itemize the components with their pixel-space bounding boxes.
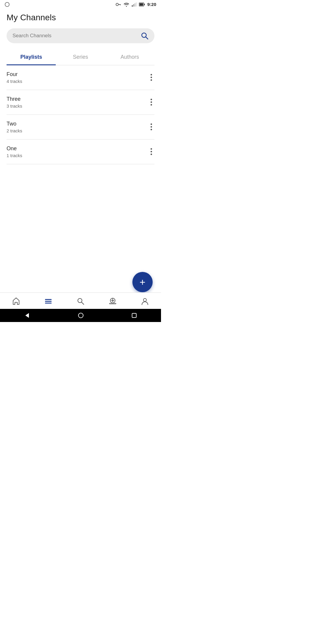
playlist-name: Two — [7, 121, 148, 127]
dot — [151, 79, 152, 81]
svg-rect-14 — [45, 303, 52, 304]
dot — [151, 104, 152, 106]
svg-rect-9 — [144, 4, 145, 5]
search-button[interactable] — [141, 32, 148, 40]
svg-rect-6 — [136, 2, 137, 7]
more-options-button[interactable] — [148, 122, 154, 131]
playlist-tracks: 1 tracks — [7, 153, 148, 158]
add-button[interactable]: + — [132, 272, 153, 292]
dot — [151, 129, 152, 130]
dot — [151, 123, 152, 125]
dot — [151, 99, 152, 100]
svg-line-16 — [82, 302, 84, 305]
back-icon — [24, 312, 30, 318]
back-button[interactable] — [24, 312, 30, 318]
svg-point-22 — [78, 313, 83, 318]
home-icon — [12, 297, 20, 305]
svg-rect-4 — [133, 4, 134, 7]
nav-search[interactable] — [73, 296, 88, 306]
status-bar: 9:20 — [0, 0, 161, 8]
nav-home[interactable] — [8, 296, 24, 306]
svg-point-0 — [116, 3, 118, 6]
signal-icon — [5, 2, 10, 7]
tab-playlists[interactable]: Playlists — [7, 50, 56, 65]
home-button[interactable] — [78, 313, 83, 318]
status-time: 9:20 — [147, 2, 156, 7]
svg-rect-13 — [45, 301, 52, 302]
page-title: My Channels — [7, 13, 154, 22]
library-icon — [44, 297, 52, 305]
more-options-button[interactable] — [148, 73, 154, 82]
playlist-info: Four 4 tracks — [7, 71, 148, 84]
battery-icon — [139, 2, 145, 7]
playlist-tracks: 2 tracks — [7, 128, 148, 133]
nav-library[interactable] — [41, 296, 56, 306]
dot — [151, 77, 152, 78]
status-left — [5, 2, 10, 7]
search-bar — [7, 28, 154, 43]
plus-icon: + — [140, 277, 145, 287]
search-nav-icon — [76, 297, 85, 305]
svg-rect-23 — [132, 313, 136, 318]
tab-series[interactable]: Series — [56, 50, 105, 65]
playlist-info: Two 2 tracks — [7, 121, 148, 133]
svg-rect-17 — [109, 303, 116, 304]
signal-bars-icon — [132, 2, 137, 7]
downloads-icon — [109, 297, 117, 305]
home-circle-icon — [78, 313, 83, 318]
more-options-button[interactable] — [148, 147, 154, 156]
playlist-tracks: 3 tracks — [7, 103, 148, 109]
dot — [151, 148, 152, 150]
wifi-icon — [123, 2, 129, 7]
search-input[interactable] — [13, 33, 141, 39]
tab-authors[interactable]: Authors — [105, 50, 154, 65]
android-nav-bar — [0, 309, 161, 322]
nav-downloads[interactable] — [105, 296, 120, 306]
playlist-item: One 1 tracks — [7, 140, 154, 164]
svg-rect-3 — [132, 5, 133, 7]
dot — [151, 154, 152, 155]
nav-account[interactable] — [137, 296, 153, 306]
recents-icon — [131, 313, 137, 318]
key-icon — [116, 2, 121, 7]
svg-point-20 — [143, 298, 146, 301]
playlist-list: Four 4 tracks Three 3 tracks Two — [7, 65, 154, 164]
tabs-container: Playlists Series Authors — [7, 50, 154, 65]
svg-rect-2 — [120, 4, 120, 5]
account-icon — [141, 297, 149, 305]
playlist-name: One — [7, 145, 148, 152]
svg-line-11 — [146, 37, 148, 39]
search-icon — [141, 32, 148, 40]
playlist-tracks: 4 tracks — [7, 79, 148, 84]
dot — [151, 74, 152, 75]
dot — [151, 101, 152, 103]
dot — [151, 151, 152, 152]
dot — [151, 126, 152, 128]
playlist-name: Three — [7, 96, 148, 102]
playlist-item: Two 2 tracks — [7, 115, 154, 140]
svg-rect-8 — [140, 3, 143, 6]
recents-button[interactable] — [131, 313, 137, 318]
playlist-info: One 1 tracks — [7, 145, 148, 158]
status-right: 9:20 — [116, 2, 156, 7]
playlist-info: Three 3 tracks — [7, 96, 148, 109]
main-content: My Channels Playlists Series Authors Fou… — [0, 13, 161, 164]
playlist-item: Four 4 tracks — [7, 65, 154, 90]
playlist-name: Four — [7, 71, 148, 78]
playlist-item: Three 3 tracks — [7, 90, 154, 115]
svg-rect-12 — [45, 299, 52, 300]
svg-rect-5 — [134, 3, 135, 7]
svg-marker-21 — [25, 313, 29, 318]
bottom-nav — [0, 292, 161, 309]
more-options-button[interactable] — [148, 97, 154, 107]
